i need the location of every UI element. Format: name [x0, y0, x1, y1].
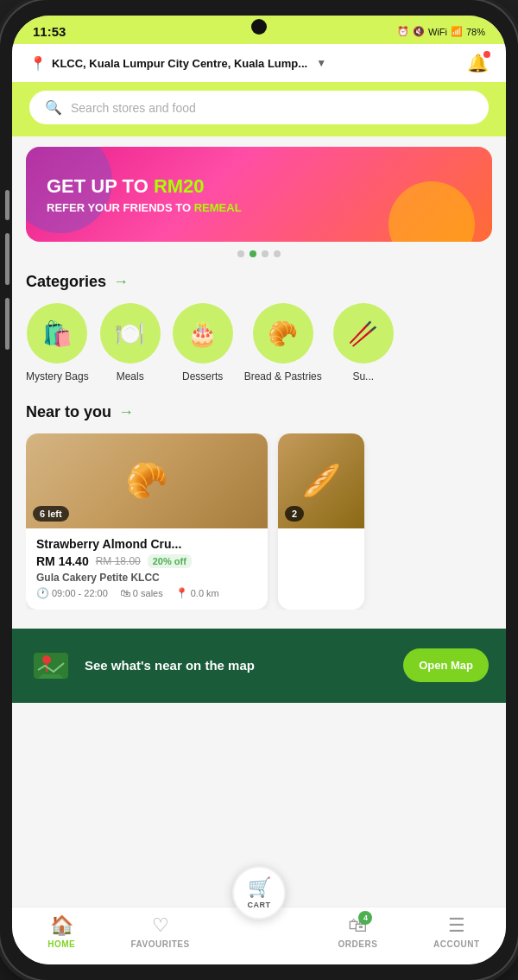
account-label: ACCOUNT — [433, 939, 480, 949]
chevron-down-icon: ▼ — [316, 57, 326, 69]
banner-rm20: RM20 — [154, 175, 205, 197]
favourites-icon: ♡ — [152, 914, 169, 937]
location-bar[interactable]: 📍 KLCC, Kuala Lumpur City Centre, Kuala … — [12, 44, 506, 82]
search-icon: 🔍 — [45, 99, 62, 116]
favourites-label: FAVOURITES — [131, 939, 190, 949]
battery-text: 78% — [466, 27, 485, 37]
hours-text: 09:00 - 22:00 — [52, 588, 108, 598]
categories-section: Categories → 🛍️ Mystery Bags 🍽️ Meals 🎂 … — [12, 261, 506, 398]
location-left: 📍 KLCC, Kuala Lumpur City Centre, Kuala … — [29, 55, 326, 72]
category-item-su[interactable]: 🥢 Su... — [332, 303, 395, 384]
distance-meta: 📍 0.0 km — [175, 587, 219, 599]
store-meta-1: 🕐 09:00 - 22:00 🛍 0 sales 📍 0.0 km — [36, 587, 257, 599]
store-card-2[interactable]: 🥖 2 — [278, 433, 364, 610]
category-item-bread-pastries[interactable]: 🥐 Bread & Pastries — [244, 303, 322, 384]
nav-orders[interactable]: 🛍 4 ORDERS — [308, 914, 407, 949]
desserts-label: Desserts — [182, 370, 223, 384]
desserts-icon: 🎂 — [173, 303, 233, 364]
meals-label: Meals — [117, 370, 144, 384]
banner-subtext: REFER YOUR FRIENDS TO REMEAL — [47, 201, 471, 214]
notification-bell-icon[interactable]: 🔔 — [467, 53, 489, 73]
banner-text-prefix: GET UP TO — [47, 175, 154, 197]
orders-badge: 4 — [358, 911, 372, 925]
home-icon: 🏠 — [50, 914, 73, 937]
location-text: KLCC, Kuala Lumpur City Centre, Kuala Lu… — [52, 57, 307, 70]
banner-refer-prefix: REFER YOUR FRIENDS TO — [47, 201, 194, 214]
mystery-bags-icon: 🛍️ — [27, 303, 87, 364]
store-card-1[interactable]: 🥐 6 left Strawberry Almond Cru... RM 14.… — [26, 433, 268, 610]
discount-badge-1: 20% off — [148, 554, 192, 568]
price-original-1: RM 18.00 — [96, 555, 141, 567]
power-button — [5, 298, 9, 350]
mystery-bags-label: Mystery Bags — [26, 370, 89, 384]
hours-meta: 🕐 09:00 - 22:00 — [36, 587, 108, 599]
items-left-badge-2: 2 — [285, 506, 304, 522]
near-to-you-title: Near to you — [26, 403, 111, 421]
price-current-1: RM 14.40 — [36, 554, 89, 568]
store-card-info-1: Strawberry Almond Cru... RM 14.40 RM 18.… — [26, 528, 268, 610]
search-input-wrap[interactable]: 🔍 Search stores and food — [29, 91, 489, 124]
clock-icon: 🕐 — [36, 587, 49, 599]
near-to-you-arrow[interactable]: → — [118, 403, 134, 421]
meals-icon: 🍽️ — [100, 303, 161, 364]
categories-title: Categories — [26, 273, 106, 291]
nav-favourites[interactable]: ♡ FAVOURITES — [111, 914, 209, 949]
category-item-mystery-bags[interactable]: 🛍️ Mystery Bags — [26, 303, 89, 384]
map-icon — [29, 644, 73, 687]
map-banner: See what's near on the map Open Map — [12, 629, 506, 703]
store-card-title-1: Strawberry Almond Cru... — [36, 537, 257, 551]
promo-banner[interactable]: GET UP TO RM20 REFER YOUR FRIENDS TO REM… — [26, 147, 492, 242]
orders-label: ORDERS — [338, 939, 378, 949]
bread-pastries-icon: 🥐 — [253, 303, 313, 364]
orders-wrap: 🛍 4 — [348, 914, 367, 937]
status-icons: ⏰ 🔇 WiFi 📶 78% — [397, 26, 485, 37]
volume-down-button — [5, 233, 9, 285]
near-to-you-section: Near to you → 🥐 6 left Strawberry Almond… — [12, 398, 506, 622]
sales-text: 0 sales — [133, 588, 163, 598]
banner-remeal: REMEAL — [194, 201, 242, 214]
location-icon: 📍 — [175, 587, 188, 599]
wifi-icon: WiFi — [428, 27, 447, 37]
store-name-1: Gula Cakery Petite KLCC — [36, 572, 257, 584]
store-cards-row: 🥐 6 left Strawberry Almond Cru... RM 14.… — [26, 433, 492, 610]
location-pin-icon: 📍 — [29, 55, 47, 72]
account-icon: ☰ — [448, 914, 465, 937]
bag-icon: 🛍 — [120, 587, 130, 599]
phone-screen: 11:53 ⏰ 🔇 WiFi 📶 78% 📍 KLCC, Kuala Lumpu… — [12, 16, 506, 964]
svg-point-1 — [42, 655, 51, 664]
store-card-price-row-1: RM 14.40 RM 18.00 20% off — [36, 554, 257, 568]
nav-account[interactable]: ☰ ACCOUNT — [407, 914, 506, 949]
near-to-you-header: Near to you → — [26, 403, 492, 421]
banner-headline: GET UP TO RM20 — [47, 175, 471, 198]
map-icon-wrap — [29, 644, 73, 687]
notification-dot — [483, 51, 490, 58]
cart-fab[interactable]: 🛒 CART — [232, 866, 286, 920]
camera-notch — [251, 19, 267, 35]
phone-frame: 11:53 ⏰ 🔇 WiFi 📶 78% 📍 KLCC, Kuala Lumpu… — [0, 0, 518, 980]
su-icon: 🥢 — [333, 303, 394, 364]
bread-pastries-label: Bread & Pastries — [244, 370, 322, 384]
category-item-meals[interactable]: 🍽️ Meals — [99, 303, 161, 384]
cart-fab-label: CART — [248, 901, 271, 909]
banner-dot-2 — [250, 250, 256, 257]
signal-icon: 📶 — [451, 26, 463, 37]
categories-arrow[interactable]: → — [113, 273, 129, 291]
categories-row: 🛍️ Mystery Bags 🍽️ Meals 🎂 Desserts 🥐 Br… — [26, 303, 492, 391]
banner-dot-1 — [237, 250, 244, 257]
mute-icon: 🔇 — [413, 26, 425, 37]
banner-container: GET UP TO RM20 REFER YOUR FRIENDS TO REM… — [12, 136, 506, 261]
categories-header: Categories → — [26, 273, 492, 291]
search-bar-container: 🔍 Search stores and food — [12, 82, 506, 136]
map-text: See what's near on the map — [85, 657, 391, 674]
open-map-button[interactable]: Open Map — [403, 648, 489, 682]
su-label: Su... — [352, 370, 374, 384]
cart-fab-icon: 🛒 — [248, 876, 271, 899]
category-item-desserts[interactable]: 🎂 Desserts — [172, 303, 234, 384]
scroll-content[interactable]: GET UP TO RM20 REFER YOUR FRIENDS TO REM… — [12, 136, 506, 907]
store-card-image-1: 🥐 6 left — [26, 433, 268, 528]
banner-dots — [26, 242, 492, 261]
store-card-image-2: 🥖 2 — [278, 433, 364, 528]
sales-meta: 🛍 0 sales — [120, 587, 163, 599]
banner-dot-3 — [262, 250, 268, 257]
nav-home[interactable]: 🏠 HOME — [12, 914, 111, 949]
